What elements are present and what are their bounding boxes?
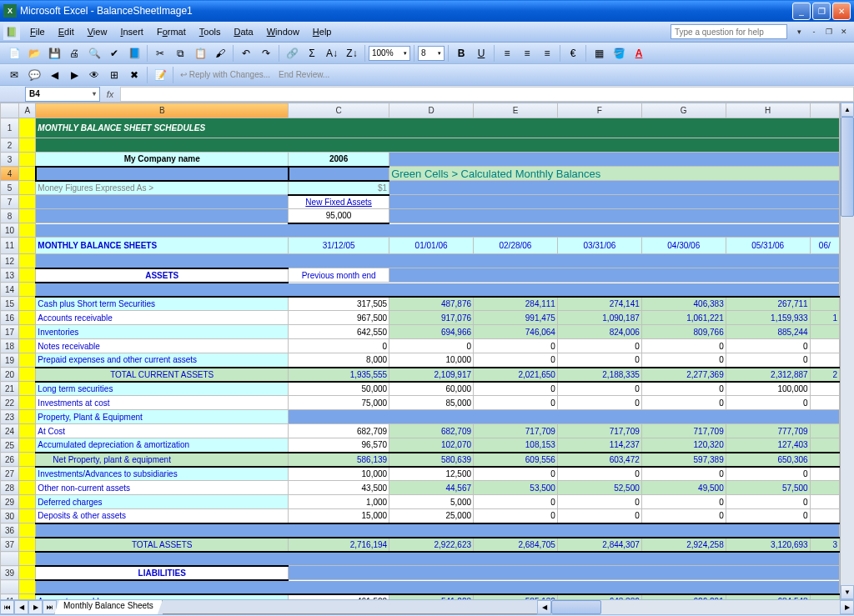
prev-comment-icon[interactable]: ◀: [45, 66, 63, 84]
menu-insert[interactable]: Insert: [113, 25, 150, 38]
end-review-button[interactable]: End Review...: [275, 70, 333, 79]
row-4[interactable]: 4: [1, 167, 19, 181]
row-30[interactable]: 30: [1, 509, 19, 523]
scroll-down-icon[interactable]: ▼: [841, 585, 854, 599]
worksheet-grid[interactable]: A B C D E F G H 1 MONTHLY BALANCE SHEET …: [0, 103, 840, 599]
formula-input[interactable]: [120, 87, 854, 102]
hyperlink-icon[interactable]: 🔗: [283, 44, 301, 63]
col-c[interactable]: C: [289, 103, 389, 118]
next-comment-icon[interactable]: ▶: [65, 66, 83, 84]
copy-icon[interactable]: ⧉: [171, 44, 189, 63]
hscroll-thumb[interactable]: [551, 600, 601, 614]
horizontal-scrollbar[interactable]: ◀ ▶: [537, 600, 854, 614]
sheet-tab-active[interactable]: Monthly Balance Sheets: [54, 600, 163, 614]
open-icon[interactable]: 📂: [25, 44, 43, 63]
help-search-input[interactable]: [671, 24, 787, 39]
underline-icon[interactable]: U: [472, 44, 490, 63]
select-all-corner[interactable]: [1, 103, 19, 118]
row-41[interactable]: 41: [1, 594, 19, 600]
row-19[interactable]: 19: [1, 353, 19, 368]
row-12[interactable]: 12: [1, 254, 19, 268]
new-icon[interactable]: 📄: [5, 44, 23, 63]
row-2[interactable]: 2: [1, 138, 19, 153]
show-all-icon[interactable]: ⊞: [105, 66, 123, 84]
row-15[interactable]: 15: [1, 297, 19, 311]
vertical-scrollbar[interactable]: ▲ ▼: [840, 103, 854, 599]
row-11[interactable]: 11: [1, 238, 19, 254]
print-preview-icon[interactable]: 🔍: [85, 44, 103, 63]
zoom-selector[interactable]: 100%▾: [369, 46, 410, 61]
active-cell-b4[interactable]: [36, 167, 289, 181]
redo-icon[interactable]: ↷: [257, 44, 275, 63]
row-5[interactable]: 5: [1, 181, 19, 195]
row-36[interactable]: 36: [1, 523, 19, 538]
align-center-icon[interactable]: ≡: [518, 44, 536, 63]
maximize-button[interactable]: ❐: [812, 3, 831, 20]
scroll-up-icon[interactable]: ▲: [841, 103, 854, 117]
scroll-left-icon[interactable]: ◀: [537, 600, 551, 614]
col-g[interactable]: G: [641, 103, 726, 118]
scroll-thumb[interactable]: [841, 117, 854, 217]
row-38[interactable]: [1, 552, 19, 566]
minimize-button[interactable]: _: [792, 3, 811, 20]
tab-prev-icon[interactable]: ◀: [14, 600, 28, 614]
column-headers[interactable]: A B C D E F G H: [1, 103, 840, 118]
align-left-icon[interactable]: ≡: [498, 44, 516, 63]
row-1[interactable]: 1: [1, 118, 19, 138]
autosum-icon[interactable]: Σ: [303, 44, 321, 63]
menu-data[interactable]: Data: [227, 25, 259, 38]
row-27[interactable]: 27: [1, 467, 19, 481]
row-7[interactable]: 7: [1, 195, 19, 209]
fx-icon[interactable]: fx: [100, 89, 120, 99]
tab-first-icon[interactable]: ⏮: [0, 600, 14, 614]
col-h[interactable]: H: [726, 103, 810, 118]
delete-comment-icon[interactable]: ✖: [125, 66, 143, 84]
menu-edit[interactable]: Edit: [52, 25, 81, 38]
row-21[interactable]: 21: [1, 382, 19, 396]
reply-changes-button[interactable]: ↩ Reply with Changes...: [177, 70, 274, 79]
row-13[interactable]: 13: [1, 268, 19, 283]
row-24[interactable]: 24: [1, 424, 19, 438]
row-29[interactable]: 29: [1, 495, 19, 509]
format-painter-icon[interactable]: 🖌: [211, 44, 229, 63]
font-size-selector[interactable]: 8▾: [418, 46, 445, 61]
new-comment-icon[interactable]: 💬: [25, 66, 43, 84]
track-changes-icon[interactable]: 📝: [151, 66, 169, 84]
row-17[interactable]: 17: [1, 325, 19, 339]
row-8[interactable]: 8: [1, 209, 19, 223]
bold-icon[interactable]: B: [452, 44, 470, 63]
undo-icon[interactable]: ↶: [237, 44, 255, 63]
row-26[interactable]: 26: [1, 453, 19, 467]
tab-last-icon[interactable]: ⏭: [43, 600, 57, 614]
row-10[interactable]: 10: [1, 223, 19, 238]
doc-minimize-button[interactable]: -: [807, 26, 821, 38]
menu-tools[interactable]: Tools: [193, 25, 228, 38]
align-right-icon[interactable]: ≡: [538, 44, 556, 63]
show-comment-icon[interactable]: 👁: [85, 66, 103, 84]
workbook-icon[interactable]: 📗: [3, 23, 20, 40]
doc-restore-button[interactable]: ❐: [822, 26, 836, 38]
research-icon[interactable]: 📘: [125, 44, 143, 63]
spelling-icon[interactable]: ✔: [105, 44, 123, 63]
row-20[interactable]: 20: [1, 368, 19, 382]
row-39[interactable]: 39: [1, 566, 19, 580]
menu-view[interactable]: View: [81, 25, 114, 38]
borders-icon[interactable]: ▦: [590, 44, 608, 63]
row-28[interactable]: 28: [1, 481, 19, 495]
cut-icon[interactable]: ✂: [151, 44, 169, 63]
col-e[interactable]: E: [474, 103, 558, 118]
row-14[interactable]: 14: [1, 283, 19, 297]
close-button[interactable]: ✕: [832, 3, 851, 20]
row-40[interactable]: [1, 580, 19, 594]
send-mail-icon[interactable]: ✉: [5, 66, 23, 84]
col-d[interactable]: D: [389, 103, 474, 118]
row-3[interactable]: 3: [1, 153, 19, 167]
row-37[interactable]: 37: [1, 538, 19, 552]
col-i[interactable]: [810, 103, 839, 118]
row-23[interactable]: 23: [1, 410, 19, 424]
menu-file[interactable]: File: [23, 25, 52, 38]
row-18[interactable]: 18: [1, 339, 19, 353]
col-f[interactable]: F: [557, 103, 641, 118]
save-icon[interactable]: 💾: [45, 44, 63, 63]
col-b[interactable]: B: [36, 103, 289, 118]
